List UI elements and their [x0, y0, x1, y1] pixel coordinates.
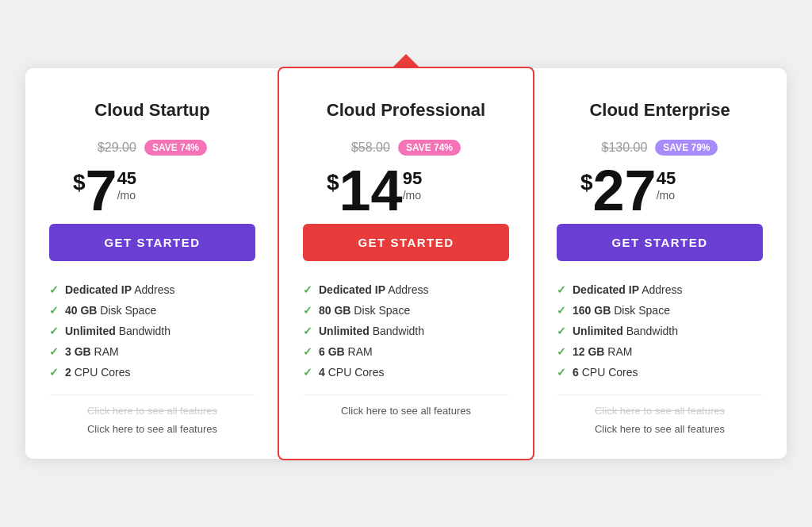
feature-text-startup-1: 40 GB Disk Space: [65, 304, 156, 317]
check-icon-enterprise-2: ✓: [557, 325, 566, 337]
price-row-enterprise: $130.00 SAVE 79%: [557, 140, 763, 156]
save-badge-professional: SAVE 74%: [398, 140, 461, 156]
feature-item-professional-0: ✓ Dedicated IP Address: [303, 283, 509, 296]
feature-item-startup-1: ✓ 40 GB Disk Space: [49, 304, 255, 317]
feature-text-enterprise-4: 6 CPU Cores: [573, 366, 638, 379]
price-cents-mo-professional: 95 /mo: [403, 168, 422, 202]
check-icon-professional-1: ✓: [303, 304, 312, 317]
price-main-professional: $ 14 95 /mo: [303, 162, 509, 219]
price-main-enterprise: $ 27 45 /mo: [557, 162, 763, 219]
price-cents-startup: 45: [117, 168, 136, 189]
price-row-professional: $58.00 SAVE 74%: [303, 140, 509, 156]
features-list-startup: ✓ Dedicated IP Address ✓ 40 GB Disk Spac…: [49, 283, 255, 379]
feature-text-enterprise-3: 12 GB RAM: [573, 345, 632, 358]
save-badge-enterprise: SAVE 79%: [655, 140, 718, 156]
original-price-professional: $58.00: [351, 140, 390, 155]
price-amount-startup: 7: [86, 162, 117, 219]
feature-item-enterprise-2: ✓ Unlimited Bandwidth: [557, 325, 763, 337]
feature-text-enterprise-2: Unlimited Bandwidth: [573, 325, 678, 337]
check-icon-startup-1: ✓: [49, 304, 59, 317]
features-list-professional: ✓ Dedicated IP Address ✓ 80 GB Disk Spac…: [303, 283, 509, 379]
divider-professional: [303, 394, 509, 395]
check-icon-professional-2: ✓: [303, 325, 312, 337]
divider-startup: [49, 394, 255, 395]
feature-item-startup-4: ✓ 2 CPU Cores: [49, 366, 255, 379]
feature-text-professional-4: 4 CPU Cores: [319, 366, 384, 379]
feature-text-enterprise-1: 160 GB Disk Space: [573, 304, 670, 317]
feature-item-professional-1: ✓ 80 GB Disk Space: [303, 304, 509, 317]
feature-item-enterprise-4: ✓ 6 CPU Cores: [557, 366, 763, 379]
original-price-enterprise: $130.00: [602, 140, 648, 155]
get-started-btn-professional[interactable]: GET STARTED: [303, 224, 509, 261]
featured-arrow: [392, 54, 420, 68]
pricing-container: Cloud Startup $29.00 SAVE 74% $ 7 45 /mo…: [25, 68, 787, 459]
price-dollar-professional: $: [327, 170, 339, 195]
feature-text-professional-1: 80 GB Disk Space: [319, 304, 410, 317]
see-all-link-startup[interactable]: Click here to see all features: [49, 423, 255, 435]
check-icon-startup-3: ✓: [49, 345, 59, 358]
feature-text-professional-0: Dedicated IP Address: [319, 283, 429, 296]
feature-item-startup-2: ✓ Unlimited Bandwidth: [49, 325, 255, 337]
features-list-enterprise: ✓ Dedicated IP Address ✓ 160 GB Disk Spa…: [557, 283, 763, 379]
check-icon-enterprise-4: ✓: [557, 366, 566, 379]
feature-item-professional-3: ✓ 6 GB RAM: [303, 345, 509, 358]
feature-text-startup-2: Unlimited Bandwidth: [65, 325, 170, 337]
feature-item-startup-0: ✓ Dedicated IP Address: [49, 283, 255, 296]
divider-enterprise: [557, 394, 763, 395]
see-all-link-enterprise[interactable]: Click here to see all features: [557, 423, 763, 435]
feature-item-professional-4: ✓ 4 CPU Cores: [303, 366, 509, 379]
price-cents-mo-startup: 45 /mo: [117, 168, 136, 202]
price-main-startup: $ 7 45 /mo: [49, 162, 255, 219]
save-badge-startup: SAVE 74%: [144, 140, 207, 156]
feature-item-enterprise-1: ✓ 160 GB Disk Space: [557, 304, 763, 317]
price-amount-professional: 14: [339, 162, 403, 219]
feature-text-startup-0: Dedicated IP Address: [65, 283, 175, 296]
feature-item-professional-2: ✓ Unlimited Bandwidth: [303, 325, 509, 337]
price-dollar-enterprise: $: [580, 170, 593, 195]
price-cents-mo-enterprise: 45 /mo: [657, 168, 676, 202]
price-cents-enterprise: 45: [657, 168, 676, 189]
feature-text-startup-3: 3 GB RAM: [65, 345, 119, 358]
price-mo-startup: /mo: [117, 189, 136, 202]
plan-card-professional: Cloud Professional $58.00 SAVE 74% $ 14 …: [278, 67, 534, 460]
check-icon-professional-4: ✓: [303, 366, 312, 379]
plan-title-enterprise: Cloud Enterprise: [557, 100, 763, 121]
price-cents-professional: 95: [403, 168, 422, 189]
plan-title-startup: Cloud Startup: [49, 100, 255, 121]
price-mo-professional: /mo: [403, 189, 422, 202]
price-mo-enterprise: /mo: [657, 189, 676, 202]
check-icon-enterprise-1: ✓: [557, 304, 566, 317]
feature-text-professional-3: 6 GB RAM: [319, 345, 373, 358]
price-row-startup: $29.00 SAVE 74%: [49, 140, 255, 156]
plan-card-enterprise: Cloud Enterprise $130.00 SAVE 79% $ 27 4…: [533, 68, 787, 459]
get-started-btn-enterprise[interactable]: GET STARTED: [557, 224, 763, 261]
feature-item-enterprise-0: ✓ Dedicated IP Address: [557, 283, 763, 296]
get-started-btn-startup[interactable]: GET STARTED: [49, 224, 255, 261]
check-icon-enterprise-0: ✓: [557, 283, 566, 296]
check-icon-startup-2: ✓: [49, 325, 59, 337]
see-all-muted-startup: Click here to see all features: [49, 405, 255, 417]
feature-item-startup-3: ✓ 3 GB RAM: [49, 345, 255, 358]
check-icon-startup-0: ✓: [49, 283, 59, 296]
feature-text-startup-4: 2 CPU Cores: [65, 366, 130, 379]
feature-text-enterprise-0: Dedicated IP Address: [573, 283, 683, 296]
price-dollar-startup: $: [73, 170, 86, 195]
see-all-link-professional[interactable]: Click here to see all features: [303, 405, 509, 417]
check-icon-enterprise-3: ✓: [557, 345, 566, 358]
feature-item-enterprise-3: ✓ 12 GB RAM: [557, 345, 763, 358]
check-icon-professional-3: ✓: [303, 345, 312, 358]
check-icon-professional-0: ✓: [303, 283, 312, 296]
plan-title-professional: Cloud Professional: [303, 100, 509, 121]
plan-card-startup: Cloud Startup $29.00 SAVE 74% $ 7 45 /mo…: [25, 68, 279, 459]
feature-text-professional-2: Unlimited Bandwidth: [319, 325, 424, 337]
check-icon-startup-4: ✓: [49, 366, 59, 379]
price-amount-enterprise: 27: [593, 162, 657, 219]
see-all-muted-enterprise: Click here to see all features: [557, 405, 763, 417]
original-price-startup: $29.00: [98, 140, 136, 155]
